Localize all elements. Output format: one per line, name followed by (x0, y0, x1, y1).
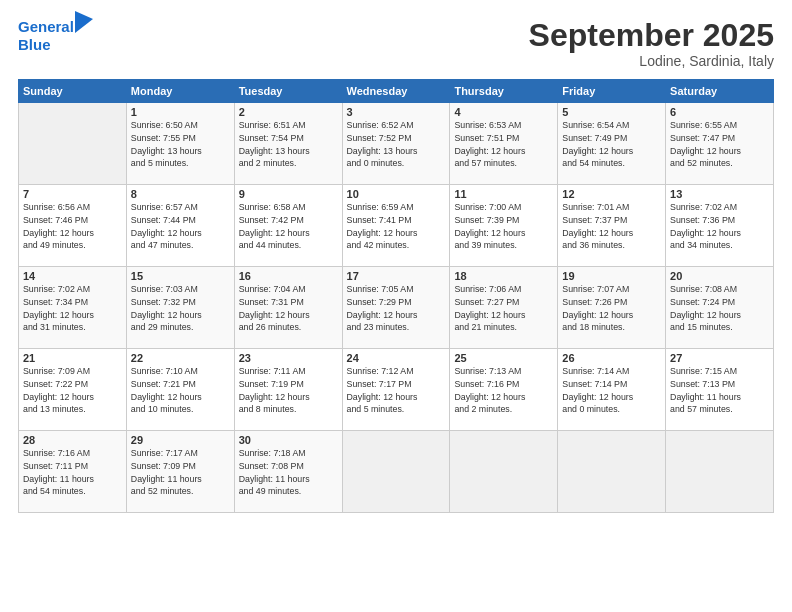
calendar-cell: 6Sunrise: 6:55 AM Sunset: 7:47 PM Daylig… (666, 103, 774, 185)
day-number: 9 (239, 188, 338, 200)
calendar-cell: 2Sunrise: 6:51 AM Sunset: 7:54 PM Daylig… (234, 103, 342, 185)
day-number: 17 (347, 270, 446, 282)
day-number: 16 (239, 270, 338, 282)
calendar-cell: 11Sunrise: 7:00 AM Sunset: 7:39 PM Dayli… (450, 185, 558, 267)
day-number: 27 (670, 352, 769, 364)
calendar-cell: 1Sunrise: 6:50 AM Sunset: 7:55 PM Daylig… (126, 103, 234, 185)
calendar-cell: 21Sunrise: 7:09 AM Sunset: 7:22 PM Dayli… (19, 349, 127, 431)
title-block: September 2025 Lodine, Sardinia, Italy (529, 18, 774, 69)
weekday-header-wednesday: Wednesday (342, 80, 450, 103)
day-number: 2 (239, 106, 338, 118)
day-number: 22 (131, 352, 230, 364)
calendar-cell: 15Sunrise: 7:03 AM Sunset: 7:32 PM Dayli… (126, 267, 234, 349)
day-info: Sunrise: 7:06 AM Sunset: 7:27 PM Dayligh… (454, 283, 553, 334)
day-info: Sunrise: 6:57 AM Sunset: 7:44 PM Dayligh… (131, 201, 230, 252)
weekday-header-friday: Friday (558, 80, 666, 103)
calendar-cell: 13Sunrise: 7:02 AM Sunset: 7:36 PM Dayli… (666, 185, 774, 267)
day-info: Sunrise: 7:01 AM Sunset: 7:37 PM Dayligh… (562, 201, 661, 252)
day-info: Sunrise: 7:05 AM Sunset: 7:29 PM Dayligh… (347, 283, 446, 334)
weekday-header-tuesday: Tuesday (234, 80, 342, 103)
calendar-cell: 4Sunrise: 6:53 AM Sunset: 7:51 PM Daylig… (450, 103, 558, 185)
header: GeneralBlue September 2025 Lodine, Sardi… (18, 18, 774, 69)
calendar-table: SundayMondayTuesdayWednesdayThursdayFrid… (18, 79, 774, 513)
day-info: Sunrise: 7:10 AM Sunset: 7:21 PM Dayligh… (131, 365, 230, 416)
day-number: 8 (131, 188, 230, 200)
weekday-header-monday: Monday (126, 80, 234, 103)
day-number: 1 (131, 106, 230, 118)
weekday-header-thursday: Thursday (450, 80, 558, 103)
day-info: Sunrise: 6:52 AM Sunset: 7:52 PM Dayligh… (347, 119, 446, 170)
logo-text: GeneralBlue (18, 18, 93, 54)
day-info: Sunrise: 7:03 AM Sunset: 7:32 PM Dayligh… (131, 283, 230, 334)
calendar-cell: 26Sunrise: 7:14 AM Sunset: 7:14 PM Dayli… (558, 349, 666, 431)
day-number: 15 (131, 270, 230, 282)
calendar-cell (450, 431, 558, 513)
day-number: 24 (347, 352, 446, 364)
weekday-header-sunday: Sunday (19, 80, 127, 103)
day-number: 11 (454, 188, 553, 200)
day-number: 12 (562, 188, 661, 200)
day-info: Sunrise: 7:04 AM Sunset: 7:31 PM Dayligh… (239, 283, 338, 334)
day-info: Sunrise: 7:18 AM Sunset: 7:08 PM Dayligh… (239, 447, 338, 498)
day-info: Sunrise: 6:54 AM Sunset: 7:49 PM Dayligh… (562, 119, 661, 170)
calendar-cell: 27Sunrise: 7:15 AM Sunset: 7:13 PM Dayli… (666, 349, 774, 431)
calendar-cell (666, 431, 774, 513)
logo: GeneralBlue (18, 18, 93, 54)
day-number: 18 (454, 270, 553, 282)
weekday-header-saturday: Saturday (666, 80, 774, 103)
calendar-cell: 19Sunrise: 7:07 AM Sunset: 7:26 PM Dayli… (558, 267, 666, 349)
day-number: 25 (454, 352, 553, 364)
svg-marker-0 (75, 11, 93, 33)
day-info: Sunrise: 6:58 AM Sunset: 7:42 PM Dayligh… (239, 201, 338, 252)
calendar-cell: 20Sunrise: 7:08 AM Sunset: 7:24 PM Dayli… (666, 267, 774, 349)
day-info: Sunrise: 7:17 AM Sunset: 7:09 PM Dayligh… (131, 447, 230, 498)
calendar-cell: 7Sunrise: 6:56 AM Sunset: 7:46 PM Daylig… (19, 185, 127, 267)
day-number: 20 (670, 270, 769, 282)
calendar-cell: 14Sunrise: 7:02 AM Sunset: 7:34 PM Dayli… (19, 267, 127, 349)
day-number: 6 (670, 106, 769, 118)
calendar-cell (558, 431, 666, 513)
calendar-cell (19, 103, 127, 185)
day-info: Sunrise: 7:02 AM Sunset: 7:36 PM Dayligh… (670, 201, 769, 252)
day-number: 13 (670, 188, 769, 200)
calendar-cell: 3Sunrise: 6:52 AM Sunset: 7:52 PM Daylig… (342, 103, 450, 185)
day-number: 5 (562, 106, 661, 118)
day-info: Sunrise: 7:11 AM Sunset: 7:19 PM Dayligh… (239, 365, 338, 416)
day-info: Sunrise: 7:13 AM Sunset: 7:16 PM Dayligh… (454, 365, 553, 416)
calendar-cell: 25Sunrise: 7:13 AM Sunset: 7:16 PM Dayli… (450, 349, 558, 431)
day-info: Sunrise: 6:55 AM Sunset: 7:47 PM Dayligh… (670, 119, 769, 170)
day-number: 19 (562, 270, 661, 282)
day-info: Sunrise: 7:14 AM Sunset: 7:14 PM Dayligh… (562, 365, 661, 416)
calendar-cell: 23Sunrise: 7:11 AM Sunset: 7:19 PM Dayli… (234, 349, 342, 431)
day-number: 23 (239, 352, 338, 364)
calendar-cell: 17Sunrise: 7:05 AM Sunset: 7:29 PM Dayli… (342, 267, 450, 349)
day-info: Sunrise: 7:08 AM Sunset: 7:24 PM Dayligh… (670, 283, 769, 334)
day-number: 28 (23, 434, 122, 446)
day-info: Sunrise: 7:16 AM Sunset: 7:11 PM Dayligh… (23, 447, 122, 498)
day-info: Sunrise: 6:53 AM Sunset: 7:51 PM Dayligh… (454, 119, 553, 170)
month-title: September 2025 (529, 18, 774, 53)
day-number: 21 (23, 352, 122, 364)
day-info: Sunrise: 7:15 AM Sunset: 7:13 PM Dayligh… (670, 365, 769, 416)
page: GeneralBlue September 2025 Lodine, Sardi… (0, 0, 792, 612)
calendar-cell: 16Sunrise: 7:04 AM Sunset: 7:31 PM Dayli… (234, 267, 342, 349)
day-info: Sunrise: 6:56 AM Sunset: 7:46 PM Dayligh… (23, 201, 122, 252)
day-info: Sunrise: 7:07 AM Sunset: 7:26 PM Dayligh… (562, 283, 661, 334)
calendar-cell (342, 431, 450, 513)
day-number: 10 (347, 188, 446, 200)
day-info: Sunrise: 7:09 AM Sunset: 7:22 PM Dayligh… (23, 365, 122, 416)
day-info: Sunrise: 7:00 AM Sunset: 7:39 PM Dayligh… (454, 201, 553, 252)
calendar-week-1: 1Sunrise: 6:50 AM Sunset: 7:55 PM Daylig… (19, 103, 774, 185)
calendar-cell: 24Sunrise: 7:12 AM Sunset: 7:17 PM Dayli… (342, 349, 450, 431)
day-number: 26 (562, 352, 661, 364)
calendar-cell: 28Sunrise: 7:16 AM Sunset: 7:11 PM Dayli… (19, 431, 127, 513)
calendar-cell: 18Sunrise: 7:06 AM Sunset: 7:27 PM Dayli… (450, 267, 558, 349)
calendar-week-5: 28Sunrise: 7:16 AM Sunset: 7:11 PM Dayli… (19, 431, 774, 513)
day-info: Sunrise: 7:02 AM Sunset: 7:34 PM Dayligh… (23, 283, 122, 334)
calendar-cell: 12Sunrise: 7:01 AM Sunset: 7:37 PM Dayli… (558, 185, 666, 267)
calendar-week-2: 7Sunrise: 6:56 AM Sunset: 7:46 PM Daylig… (19, 185, 774, 267)
day-number: 4 (454, 106, 553, 118)
day-info: Sunrise: 6:50 AM Sunset: 7:55 PM Dayligh… (131, 119, 230, 170)
day-number: 30 (239, 434, 338, 446)
calendar-week-3: 14Sunrise: 7:02 AM Sunset: 7:34 PM Dayli… (19, 267, 774, 349)
